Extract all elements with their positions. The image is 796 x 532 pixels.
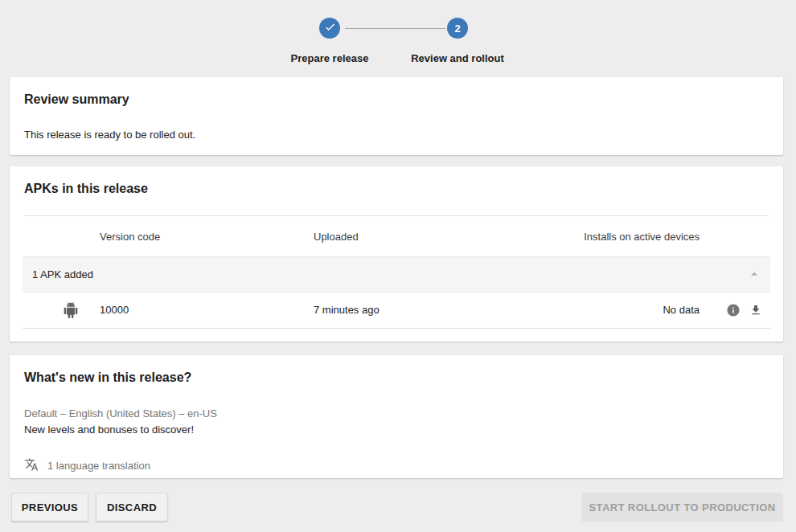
step-review-rollout-label[interactable]: Review and rollout [369, 52, 546, 64]
translation-summary-label: 1 language translation [47, 460, 150, 472]
column-installs: Installs on active devices [584, 216, 700, 257]
whats-new-notes: New levels and bonuses to discover! [24, 422, 769, 438]
review-summary-card: Review summary This release is ready to … [10, 77, 783, 155]
column-version-code: Version code [100, 216, 160, 257]
previous-button[interactable]: PREVIOUS [11, 493, 88, 522]
check-icon [324, 21, 336, 35]
start-rollout-button[interactable]: START ROLLOUT TO PRODUCTION [581, 493, 783, 522]
column-uploaded: Uploaded [314, 216, 359, 257]
step-number: 2 [454, 23, 460, 35]
arrow-drop-up-icon[interactable] [746, 266, 762, 284]
review-summary-title: Review summary [24, 92, 769, 108]
whats-new-card: What's new in this release? Default – En… [10, 355, 783, 478]
translate-icon [24, 457, 39, 474]
info-icon[interactable] [726, 303, 741, 320]
apk-group-row[interactable]: 1 APK added [23, 256, 770, 293]
discard-button[interactable]: DISCARD [96, 493, 168, 522]
download-icon[interactable] [749, 304, 762, 319]
apk-table-header: Version code Uploaded Installs on active… [24, 215, 769, 256]
step-review-rollout-circle[interactable]: 2 [447, 18, 468, 39]
apk-table-row: 10000 7 minutes ago No data [23, 293, 770, 329]
apk-version-code: 10000 [100, 293, 129, 328]
translation-summary: 1 language translation [24, 457, 769, 474]
apks-title: APKs in this release [24, 181, 148, 197]
whats-new-title: What's new in this release? [24, 370, 769, 386]
apks-card: APKs in this release Version code Upload… [10, 166, 783, 342]
apk-installs: No data [663, 293, 700, 328]
whats-new-locale: Default – English (United States) – en-U… [24, 406, 769, 422]
stepper-connector [345, 28, 445, 29]
release-review-page: 2 Prepare release Review and rollout Rev… [0, 0, 796, 532]
android-icon [63, 302, 79, 321]
step-prepare-release-circle[interactable] [319, 18, 340, 39]
apk-uploaded: 7 minutes ago [314, 293, 380, 328]
review-summary-body: This release is ready to be rolled out. [24, 129, 769, 141]
apk-group-label: 1 APK added [32, 257, 93, 292]
